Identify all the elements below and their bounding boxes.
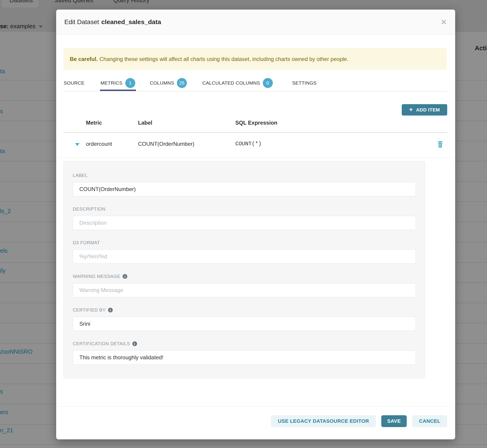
modal-header: Edit Dataset cleaned_sales_data ✕ <box>56 9 455 35</box>
tab-calculated-columns-label: CALCULATED COLUMNS <box>202 80 260 86</box>
field-label: WARNING MESSAGE i <box>73 273 416 280</box>
field-label-text: CERTIFICATION DETAILS <box>73 341 130 346</box>
columns-count-badge: 25 <box>177 78 187 88</box>
tab-source-label: SOURCE <box>64 80 85 86</box>
field-group-certified-by: CERTIFIED BY i <box>73 307 416 331</box>
field-label: CERTIFICATION DETAILS i <box>73 340 416 347</box>
collapse-caret-icon[interactable] <box>75 143 80 146</box>
tab-source[interactable]: SOURCE <box>64 75 85 91</box>
field-label: CERTIFIED BY i <box>73 307 416 313</box>
info-icon[interactable]: i <box>132 341 137 346</box>
field-label-text: LABEL <box>73 173 88 178</box>
certification-details-input[interactable] <box>73 351 416 365</box>
field-group-d3-format: D3 FORMAT <box>73 240 416 264</box>
metric-name-cell: ordercount <box>86 141 112 147</box>
metric-table-row: ordercount COUNT(OrderNumber) COUNT(*) <box>56 132 455 158</box>
tab-settings-label: SETTINGS <box>292 80 317 86</box>
warning-message-input[interactable] <box>73 283 416 297</box>
close-icon[interactable]: ✕ <box>441 9 447 35</box>
use-legacy-datasource-editor-button[interactable]: USE LEGACY DATASOURCE EDITOR <box>271 415 376 427</box>
modal-title: Edit Dataset cleaned_sales_data <box>64 9 161 35</box>
field-label: LABEL <box>73 172 416 178</box>
modal-title-dataset-name: cleaned_sales_data <box>101 18 161 26</box>
tab-metrics-label: METRICS <box>101 80 123 86</box>
field-group-certification-details: CERTIFICATION DETAILS i <box>73 340 416 365</box>
column-header-metric: Metric <box>86 120 102 126</box>
metric-sql-cell: COUNT(*) <box>235 141 262 147</box>
active-tab-underline <box>100 90 136 91</box>
metric-detail-panel: LABEL DESCRIPTION D3 FORMAT WARNING MESS… <box>64 161 425 378</box>
warning-banner-bold: Be careful. <box>70 56 98 62</box>
tab-columns-label: COLUMNS <box>150 80 174 86</box>
metrics-table-header: Metric Label SQL Expression <box>56 120 455 132</box>
field-label-text: D3 FORMAT <box>73 240 100 245</box>
tab-calculated-columns[interactable]: CALCULATED COLUMNS 0 <box>202 75 273 91</box>
column-header-sql-expression: SQL Expression <box>235 120 277 126</box>
add-item-label: ADD ITEM <box>416 107 440 112</box>
field-label: DESCRIPTION <box>73 206 416 212</box>
modal-footer: USE LEGACY DATASOURCE EDITOR SAVE CANCEL <box>56 406 455 439</box>
column-header-label: Label <box>138 120 152 126</box>
description-input[interactable] <box>73 216 416 230</box>
modal-title-prefix: Edit Dataset <box>64 18 99 26</box>
cancel-button[interactable]: CANCEL <box>412 415 447 427</box>
certified-by-input[interactable] <box>73 317 416 331</box>
tab-columns[interactable]: COLUMNS 25 <box>150 75 187 91</box>
save-button[interactable]: SAVE <box>381 415 407 427</box>
field-label-text: DESCRIPTION <box>73 207 105 212</box>
tab-metrics[interactable]: METRICS 1 <box>101 75 135 91</box>
warning-banner-text: Changing these settings will affect all … <box>100 56 349 62</box>
edit-dataset-modal: Edit Dataset cleaned_sales_data ✕ Be car… <box>56 9 455 439</box>
field-label-text: WARNING MESSAGE <box>73 274 120 279</box>
add-item-button[interactable]: + ADD ITEM <box>402 104 447 116</box>
field-label: D3 FORMAT <box>73 240 416 246</box>
warning-banner: Be careful. Changing these settings will… <box>64 48 447 70</box>
label-input[interactable] <box>73 182 416 196</box>
d3-format-input[interactable] <box>73 249 416 264</box>
delete-metric-icon[interactable] <box>437 141 443 149</box>
metric-label-cell: COUNT(OrderNumber) <box>138 141 194 147</box>
tab-settings[interactable]: SETTINGS <box>292 75 317 91</box>
field-group-label: LABEL <box>73 172 416 196</box>
metrics-count-badge: 1 <box>125 78 135 88</box>
plus-icon: + <box>409 106 413 113</box>
calculated-columns-count-badge: 0 <box>263 78 273 88</box>
field-group-description: DESCRIPTION <box>73 206 416 230</box>
info-icon[interactable]: i <box>108 308 113 312</box>
modal-tabs: SOURCE METRICS 1 COLUMNS 25 CALCULATED C… <box>64 75 447 91</box>
field-label-text: CERTIFIED BY <box>73 307 106 313</box>
field-group-warning-message: WARNING MESSAGE i <box>73 273 416 297</box>
info-icon[interactable]: i <box>123 274 127 279</box>
